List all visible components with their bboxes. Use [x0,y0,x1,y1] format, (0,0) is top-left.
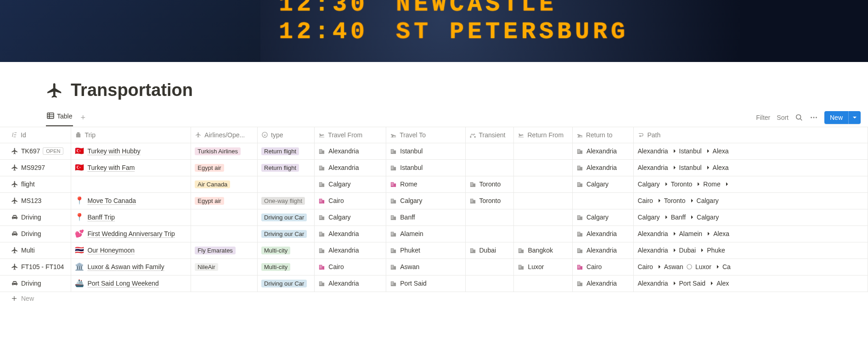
cell-to[interactable]: Rome [386,176,465,192]
cell-path[interactable]: CairoTorontoCalgary [634,192,868,209]
table-row[interactable]: Driving 📍Banff Trip Driving our Car Calg… [0,209,868,225]
page-title[interactable]: Transportation [71,80,193,100]
cell-type[interactable]: Return flight [258,143,315,159]
cell-to[interactable]: Banff [386,209,465,225]
cell-operator[interactable]: Fly Emarates [191,242,258,259]
cell-to[interactable]: Istanbul [386,159,465,176]
cell-type[interactable]: One-way flight [258,192,315,209]
cell-transient[interactable] [465,225,514,242]
cell-path[interactable]: AlexandriaIstanbulAlexa [634,159,868,176]
cell-return-from[interactable] [514,192,572,209]
cell-operator[interactable] [191,209,258,225]
cell-return-to[interactable]: Alexandria [572,275,634,292]
cell-return-from[interactable] [514,275,572,292]
cell-id[interactable]: Multi [0,242,71,259]
cell-type[interactable]: Driving our Car [258,209,315,225]
cell-return-to[interactable]: Alexandria [572,242,634,259]
cell-to[interactable]: Alamein [386,225,465,242]
column-travel-to[interactable]: Travel To [386,127,465,143]
cell-type[interactable]: Multi-city [258,259,315,275]
cell-return-from[interactable] [514,225,572,242]
cell-id[interactable]: Driving [0,275,71,292]
cell-trip[interactable]: 🇹🇷Turkey with Fam [71,159,191,176]
cell-path[interactable]: AlexandriaPort SaidAlex [634,275,868,292]
cell-from[interactable]: Alexandria [315,143,386,159]
column-path[interactable]: Path [634,127,868,143]
table-row[interactable]: TK697OPEN 🇹🇷Turkey with Hubby Turkish Ai… [0,143,868,159]
cell-transient[interactable]: Toronto [465,192,514,209]
cell-type[interactable]: Return flight [258,159,315,176]
new-button-chevron[interactable] [848,111,861,124]
cell-id[interactable]: TK697OPEN [0,143,71,159]
column-id[interactable]: Id [0,127,71,143]
cell-type[interactable]: Driving our Car [258,275,315,292]
sort-button[interactable]: Sort [777,114,789,121]
cell-id[interactable]: MS123 [0,192,71,209]
search-icon[interactable] [795,113,803,122]
cell-path[interactable]: CalgaryBanffCalgary [634,209,868,225]
cell-trip[interactable] [71,176,191,192]
cell-return-to[interactable]: Calgary [572,209,634,225]
table-row[interactable]: MS9297 🇹🇷Turkey with Fam Egypt air Retur… [0,159,868,176]
cell-from[interactable]: Cairo [315,192,386,209]
add-view-button[interactable]: + [78,112,88,124]
tab-table[interactable]: Table [46,109,73,126]
cell-id[interactable]: Driving [0,225,71,242]
column-travel-from[interactable]: Travel From [315,127,386,143]
cell-operator[interactable]: Turkish Airlines [191,143,258,159]
cell-operator[interactable] [191,275,258,292]
filter-button[interactable]: Filter [756,114,770,121]
cell-from[interactable]: Alexandria [315,275,386,292]
cell-return-to[interactable]: Cairo [572,259,634,275]
cell-operator[interactable]: Air Canada [191,176,258,192]
new-row-button[interactable]: New [0,292,868,305]
cell-path[interactable]: AlexandriaDubaiPhuke [634,242,868,259]
cell-trip[interactable]: 📍Banff Trip [71,209,191,225]
column-transient[interactable]: Transient [465,127,514,143]
column-type[interactable]: type [258,127,315,143]
more-icon[interactable] [810,113,818,122]
cell-trip[interactable]: 🏛️Luxor & Aswan with Family [71,259,191,275]
cell-return-to[interactable]: Alexandria [572,143,634,159]
cell-trip[interactable]: 💕First Wedding Anniversary Trip [71,225,191,242]
column-trip[interactable]: Trip [71,127,191,143]
table-row[interactable]: Multi 🇹🇭Our Honeymoon Fly Emarates Multi… [0,242,868,259]
cell-return-to[interactable] [572,192,634,209]
cell-return-to[interactable]: Alexandria [572,225,634,242]
cell-from[interactable]: Alexandria [315,242,386,259]
cell-transient[interactable]: Toronto [465,176,514,192]
cell-id[interactable]: MS9297 [0,159,71,176]
cell-id[interactable]: FT105 - FT104 [0,259,71,275]
cell-trip[interactable]: 🇹🇭Our Honeymoon [71,242,191,259]
table-row[interactable]: MS123 📍Move To Canada Egypt air One-way … [0,192,868,209]
table-row[interactable]: flight Air Canada Calgary Rome Toronto C… [0,176,868,192]
cell-return-from[interactable] [514,143,572,159]
cell-transient[interactable] [465,259,514,275]
cell-return-from[interactable] [514,159,572,176]
cell-trip[interactable]: 📍Move To Canada [71,192,191,209]
cell-transient[interactable] [465,275,514,292]
cell-path[interactable]: AlexandriaIstanbulAlexa [634,143,868,159]
table-row[interactable]: Driving 💕First Wedding Anniversary Trip … [0,225,868,242]
table-row[interactable]: FT105 - FT104 🏛️Luxor & Aswan with Famil… [0,259,868,275]
cell-transient[interactable] [465,209,514,225]
cell-transient[interactable] [465,159,514,176]
cell-trip[interactable]: 🇹🇷Turkey with Hubby [71,143,191,159]
cell-from[interactable]: Calgary [315,209,386,225]
cell-return-from[interactable]: Bangkok [514,242,572,259]
cell-return-from[interactable]: Luxor [514,259,572,275]
column-operator[interactable]: Airlines/Ope... [191,127,258,143]
cell-operator[interactable] [191,225,258,242]
column-return-to[interactable]: Return to [572,127,634,143]
cell-transient[interactable] [465,143,514,159]
cell-from[interactable]: Alexandria [315,159,386,176]
table-row[interactable]: Driving 🚢Port Said Long Weekend Driving … [0,275,868,292]
cell-operator[interactable]: Egypt air [191,159,258,176]
cell-id[interactable]: Driving [0,209,71,225]
cell-to[interactable]: Aswan [386,259,465,275]
cell-operator[interactable]: Egypt air [191,192,258,209]
cell-trip[interactable]: 🚢Port Said Long Weekend [71,275,191,292]
cell-type[interactable]: Multi-city [258,242,315,259]
cell-to[interactable]: Istanbul [386,143,465,159]
cell-from[interactable]: Calgary [315,176,386,192]
